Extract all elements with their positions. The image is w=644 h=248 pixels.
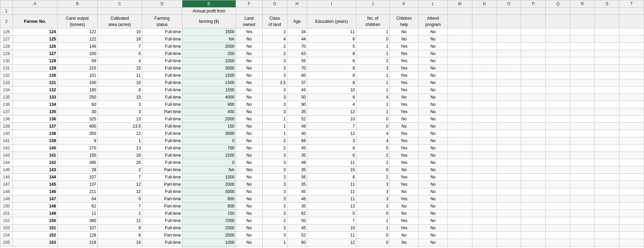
children-help[interactable]: No — [390, 246, 419, 248]
class-of-land[interactable]: 1 — [262, 116, 287, 123]
education-years[interactable]: 4 — [307, 101, 356, 108]
no-of-children[interactable]: 2 — [356, 152, 390, 159]
farming-status[interactable]: Full-time — [142, 217, 182, 224]
attend-program[interactable]: No — [418, 65, 447, 72]
age[interactable]: 35 — [287, 203, 307, 210]
annual-profit[interactable]: 800 — [182, 203, 236, 210]
age[interactable]: 45 — [287, 145, 307, 152]
cane-output[interactable]: 325 — [57, 116, 97, 123]
land-owned[interactable]: No — [236, 36, 262, 43]
farming-status[interactable]: Full-time — [142, 50, 182, 57]
no-of-children[interactable]: 1 — [356, 246, 390, 248]
farming-status[interactable]: Part-time — [142, 181, 182, 188]
education-years[interactable]: 8 — [307, 94, 356, 101]
cane-output[interactable]: 211 — [57, 188, 97, 195]
land-owned[interactable]: No — [236, 210, 262, 217]
attend-program[interactable]: No — [418, 57, 447, 65]
farmer-no[interactable]: 129 — [13, 65, 57, 72]
no-of-children[interactable]: 0 — [356, 210, 390, 217]
cane-output[interactable]: 122 — [57, 28, 97, 36]
annual-profit[interactable]: 7000 — [182, 217, 236, 224]
farmer-no[interactable]: 153 — [13, 239, 57, 246]
education-years[interactable]: 11 — [307, 195, 356, 203]
attend-program[interactable]: No — [418, 159, 447, 166]
col-header-e[interactable]: E — [182, 0, 236, 8]
children-help[interactable]: Yes — [390, 152, 419, 159]
attend-program[interactable]: No — [418, 145, 447, 152]
cane-output[interactable]: 150 — [57, 79, 97, 86]
col-header-t[interactable]: T — [619, 0, 644, 8]
annual-profit[interactable]: NA — [182, 36, 236, 43]
education-years[interactable]: 8 — [307, 145, 356, 152]
attend-program[interactable]: No — [418, 43, 447, 50]
no-of-children[interactable]: 1 — [356, 79, 390, 86]
age[interactable]: 70 — [287, 43, 307, 50]
class-of-land[interactable]: 3 — [262, 57, 287, 65]
class-of-land[interactable]: 3 — [262, 232, 287, 239]
attend-program[interactable]: No — [418, 181, 447, 188]
farming-status[interactable]: Full-time — [142, 239, 182, 246]
farming-status[interactable]: Full-time — [142, 174, 182, 181]
no-of-children[interactable]: 1 — [356, 217, 390, 224]
education-years[interactable]: 8 — [307, 79, 356, 86]
cane-output[interactable]: 380 — [57, 217, 97, 224]
cultivated-area[interactable]: 9 — [97, 246, 142, 248]
age[interactable]: 50 — [287, 217, 307, 224]
no-of-children[interactable]: 3 — [356, 203, 390, 210]
farming-status[interactable]: Part-time — [142, 203, 182, 210]
education-years[interactable]: 12 — [307, 239, 356, 246]
no-of-children[interactable]: 1 — [356, 43, 390, 50]
age[interactable]: 50 — [287, 94, 307, 101]
annual-profit[interactable]: 900 — [182, 101, 236, 108]
farmer-no[interactable]: 136 — [13, 116, 57, 123]
education-years[interactable]: 11 — [307, 188, 356, 195]
col-header-o[interactable]: O — [497, 0, 521, 8]
annual-profit[interactable]: 2000 — [182, 232, 236, 239]
age[interactable]: 63 — [287, 50, 307, 57]
class-of-land[interactable]: 4 — [262, 36, 287, 43]
attend-program[interactable]: No — [418, 130, 447, 137]
land-owned[interactable]: No — [236, 246, 262, 248]
age[interactable]: 34 — [287, 28, 307, 36]
land-owned[interactable]: No — [236, 86, 262, 94]
cane-output[interactable]: 128 — [57, 232, 97, 239]
cultivated-area[interactable]: 11 — [97, 72, 142, 79]
class-of-land[interactable]: 3 — [262, 72, 287, 79]
cultivated-area[interactable]: 13 — [97, 116, 142, 123]
children-help[interactable]: Yes — [390, 224, 419, 232]
land-owned[interactable]: No — [236, 43, 262, 50]
col-header-g[interactable]: G — [262, 0, 287, 8]
farmer-no[interactable]: 138 — [13, 130, 57, 137]
class-of-land[interactable]: 3 — [262, 166, 287, 174]
annual-profit[interactable]: 250 — [182, 50, 236, 57]
farmer-no[interactable]: 146 — [13, 188, 57, 195]
children-help[interactable]: Yes — [390, 72, 419, 79]
children-help[interactable]: Yes — [390, 65, 419, 72]
class-of-land[interactable]: 2 — [262, 145, 287, 152]
cane-output[interactable]: 28 — [57, 166, 97, 174]
land-owned[interactable]: No — [236, 239, 262, 246]
age[interactable]: 45 — [287, 224, 307, 232]
annual-profit[interactable]: 3000 — [182, 188, 236, 195]
education-years[interactable]: 10 — [307, 86, 356, 94]
children-help[interactable]: Yes — [390, 217, 419, 224]
education-years[interactable]: 8 — [307, 174, 356, 181]
farmer-no[interactable]: 151 — [13, 224, 57, 232]
attend-program[interactable]: No — [418, 195, 447, 203]
farming-status[interactable]: Full-time — [142, 94, 182, 101]
attend-program[interactable]: No — [418, 72, 447, 79]
cultivated-area[interactable]: 7 — [97, 203, 142, 210]
education-years[interactable]: 8 — [307, 65, 356, 72]
col-header-a[interactable]: A — [13, 0, 57, 8]
age[interactable]: 55 — [287, 57, 307, 65]
farmer-no[interactable]: 127 — [13, 50, 57, 57]
class-of-land[interactable]: 3 — [262, 152, 287, 159]
no-of-children[interactable]: 4 — [356, 94, 390, 101]
land-owned[interactable]: Yes — [236, 28, 262, 36]
col-header-c[interactable]: C — [97, 0, 142, 8]
col-header-r[interactable]: R — [570, 0, 595, 8]
farmer-no[interactable]: 131 — [13, 79, 57, 86]
education-years[interactable]: 12 — [307, 108, 356, 116]
children-help[interactable]: Yes — [390, 86, 419, 94]
farmer-no[interactable]: 137 — [13, 123, 57, 130]
